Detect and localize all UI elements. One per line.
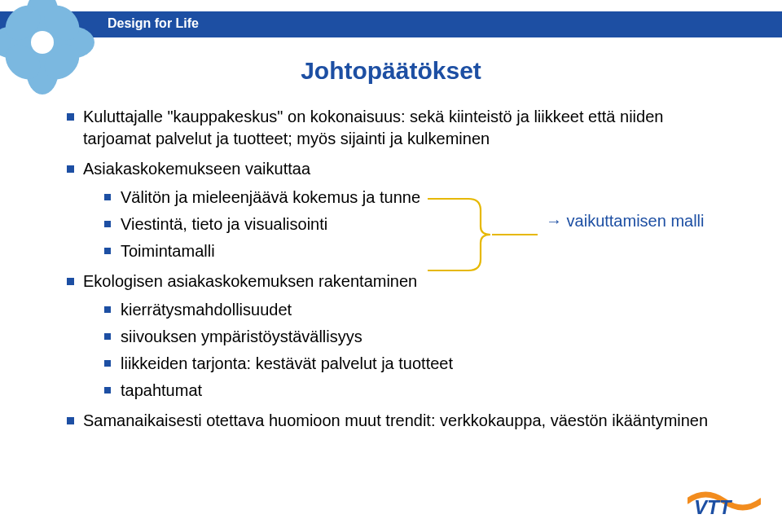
- svg-text:VTT: VTT: [694, 496, 733, 517]
- bullet-item: siivouksen ympäristöystävällisyys: [103, 326, 717, 348]
- bullet-text: Samanaikaisesti otettava huomioon muut t…: [83, 411, 708, 429]
- vtt-logo: VTT: [688, 481, 761, 517]
- page-title: Johtopäätökset: [0, 57, 782, 85]
- bullet-text: Asiakaskokemukseen vaikuttaa: [83, 160, 310, 178]
- bullet-text: Toimintamalli: [121, 242, 215, 260]
- bullet-item: kierrätysmahdollisuudet: [103, 299, 717, 321]
- bullet-item: Samanaikaisesti otettava huomioon muut t…: [65, 410, 717, 432]
- callout-text: vaikuttamisen malli: [567, 212, 705, 230]
- bullet-item: Kuluttajalle "kauppakeskus" on kokonaisu…: [65, 106, 717, 150]
- bullet-item: Välitön ja mieleenjäävä kokemus ja tunne: [103, 187, 717, 209]
- bracket-icon: [424, 194, 546, 275]
- header-label: Design for Life: [108, 16, 199, 31]
- bullet-text: Ekologisen asiakaskokemuksen rakentamine…: [83, 272, 417, 290]
- bullet-item: Asiakaskokemukseen vaikuttaa Välitön ja …: [65, 158, 717, 262]
- content-body: Kuluttajalle "kauppakeskus" on kokonaisu…: [65, 106, 717, 440]
- bullet-text: siivouksen ympäristöystävällisyys: [121, 328, 362, 345]
- bullet-item: liikkeiden tarjonta: kestävät palvelut j…: [103, 353, 717, 375]
- bullet-text: Välitön ja mieleenjäävä kokemus ja tunne: [121, 188, 420, 206]
- bullet-item: Toimintamalli: [103, 240, 717, 262]
- bullet-text: tapahtumat: [121, 381, 202, 399]
- svg-point-8: [31, 31, 54, 54]
- bullet-text: Kuluttajalle "kauppakeskus" on kokonaisu…: [83, 108, 663, 147]
- bullet-text: liikkeiden tarjonta: kestävät palvelut j…: [121, 354, 453, 372]
- bullet-text: kierrätysmahdollisuudet: [121, 301, 292, 319]
- bullet-item: Ekologisen asiakaskokemuksen rakentamine…: [65, 270, 717, 402]
- callout-label: → vaikuttamisen malli: [546, 212, 705, 231]
- bullet-text: Viestintä, tieto ja visualisointi: [121, 215, 327, 233]
- bullet-item: tapahtumat: [103, 380, 717, 402]
- arrow-icon: →: [546, 212, 562, 230]
